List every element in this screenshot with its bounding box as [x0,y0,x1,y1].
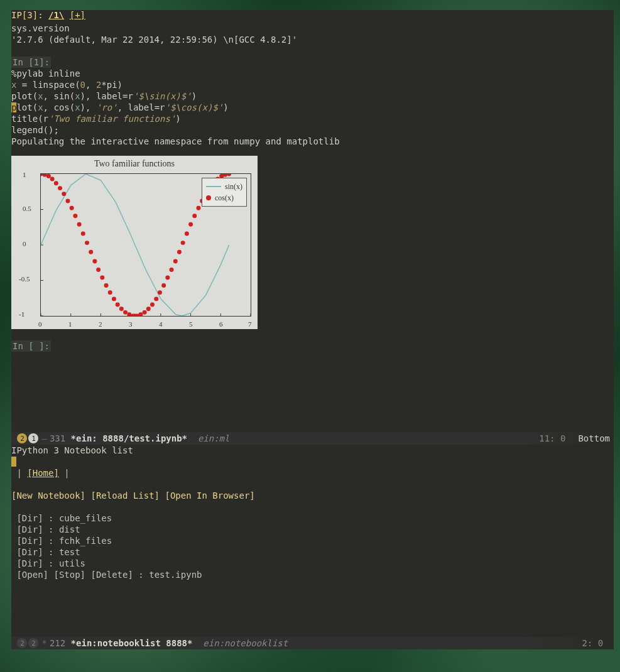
in1-output: Populating the interactive namespace fro… [11,136,614,147]
in1-l6[interactable]: legend(); [11,124,614,136]
in1-l3[interactable]: plot(x, sin(x), label=r'$\sin(x)$') [11,90,614,102]
tab-current[interactable]: /1\ [48,10,64,20]
svg-point-19 [62,192,66,196]
svg-point-55 [196,206,200,210]
svg-point-43 [150,302,155,306]
ml2-line: 212 [50,638,65,648]
xtick: 4 [159,320,163,328]
xtick: 7 [248,320,252,328]
stop-file-button[interactable]: [Stop] [53,570,85,580]
tab-line: IP[3]: /1\ [+] [11,10,614,23]
svg-point-31 [108,290,112,295]
notebooklist-pane[interactable]: IPython 3 Notebook list | [Home] | [New … [11,445,614,637]
svg-point-50 [177,250,182,254]
in1-l2[interactable]: x = linspace(0, 2*pi) [11,79,614,90]
list-item: [Dir] : cube_files [11,512,614,524]
xtick: 0 [38,320,42,328]
svg-point-44 [154,296,158,301]
open-file-button[interactable]: [Open] [16,570,48,580]
window-badge-3: 2 [17,638,27,648]
svg-point-63 [227,174,231,176]
svg-point-41 [143,310,147,315]
svg-point-14 [43,174,47,177]
svg-point-18 [58,186,62,190]
xtick: 2 [99,320,102,328]
dir-name: dist [59,524,80,534]
svg-point-21 [70,206,74,210]
dir-link[interactable]: [Dir] [16,558,43,568]
notebook-pane[interactable]: sys.version '2.7.6 (default, Mar 22 2014… [11,10,614,432]
xtick: 6 [219,320,223,328]
svg-point-53 [188,222,193,227]
in1-l1[interactable]: %pylab inline [11,68,614,79]
reload-list-button[interactable]: [Reload List] [90,490,160,501]
plot-legend: sin(x) cos(x) [202,178,247,207]
window-badge-1: 2 [17,433,27,443]
ml-mode: ein:ml [198,433,230,443]
ip3-line2: '2.7.6 (default, Mar 22 2014, 22:59:56) … [11,34,614,45]
home-link[interactable]: [Home] [27,468,59,478]
list-item: [Dir] : test [11,546,614,558]
svg-point-17 [54,181,58,185]
svg-point-40 [138,312,143,316]
tab-add[interactable]: [+] [70,10,85,20]
plot-axes: sin(x) cos(x) [40,173,251,317]
svg-point-27 [92,259,97,264]
svg-point-34 [119,306,124,311]
svg-point-48 [170,268,174,272]
svg-point-47 [165,276,170,280]
ml-buffer: *ein: 8888/test.ipynb* [71,433,187,443]
xtick: 5 [189,320,193,328]
ytick: -0.5 [19,275,30,283]
svg-point-15 [46,174,51,178]
svg-point-46 [161,283,166,288]
open-browser-button[interactable]: [Open In Browser] [165,490,254,501]
legend-dot-icon [206,195,211,200]
plot-output: Two familiar functions sin(x) cos(x) 1 0… [11,156,258,329]
svg-point-45 [158,290,162,295]
ml2-buffer: *ein:notebooklist 8888* [71,638,193,648]
list-item: [Dir] : utils [11,558,614,569]
dir-link[interactable]: [Dir] [16,524,43,534]
dir-link[interactable]: [Dir] [16,536,43,546]
svg-point-28 [96,268,101,272]
svg-point-36 [127,312,131,316]
prompt-empty[interactable]: In [ ]: [11,340,51,352]
dir-link[interactable]: [Dir] [16,513,43,523]
ytick: 1 [23,171,26,178]
cursor-2 [11,457,16,467]
svg-point-24 [81,231,85,236]
prompt-in1: In [1]: [11,57,51,68]
dir-link[interactable]: [Dir] [16,547,43,557]
ytick: -1 [19,310,24,318]
ytick: 0 [23,240,26,247]
modeline-2: 22 * 212 *ein:notebooklist 8888* ein:not… [11,637,614,649]
svg-point-51 [181,241,185,245]
svg-point-49 [173,259,178,264]
window-badge-2: 1 [28,433,38,443]
dir-name: cube_files [59,513,112,523]
svg-point-22 [73,214,77,218]
svg-point-35 [123,310,128,315]
new-notebook-button[interactable]: [New Notebook] [11,490,85,501]
svg-point-16 [50,176,55,181]
ml-line: 331 [50,433,65,443]
svg-point-20 [65,198,70,203]
dir-name: fchk_files [59,536,112,546]
in1-l4[interactable]: plot(x, cos(x), 'ro', label=r'$\cos(x)$'… [11,102,614,113]
window-badge-4: 2 [28,638,38,648]
svg-point-30 [104,283,109,288]
delete-file-button[interactable]: [Delete] [90,570,133,580]
dir-name: utils [59,558,85,568]
ytick: 0.5 [23,205,31,212]
in1-l5[interactable]: title(r'Two familiar functions') [11,113,614,124]
directory-list: [Dir] : cube_files [Dir] : dist [Dir] : … [11,512,614,569]
xtick: 3 [129,320,133,328]
ml-pos: 11: 0 [539,433,565,443]
svg-point-52 [185,231,189,236]
xtick: 1 [68,320,72,328]
modeline-1: 21 — 331 *ein: 8888/test.ipynb* ein:ml 1… [11,432,614,445]
list-item: [Dir] : dist [11,524,614,535]
svg-point-33 [116,302,120,306]
plot-title: Two familiar functions [11,159,258,169]
